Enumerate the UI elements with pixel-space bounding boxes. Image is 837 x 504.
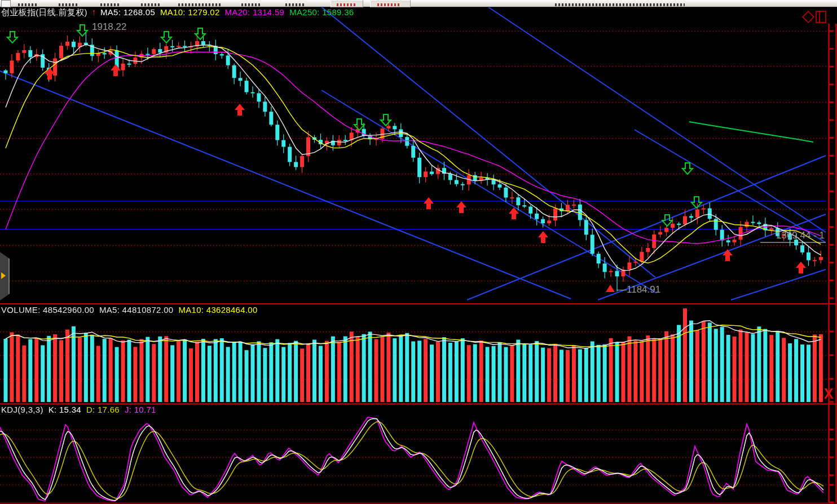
app-icon <box>1 0 11 7</box>
symbol-title: 创业板指(日线.前复权) <box>1 7 87 17</box>
volume-label: VOLUME: 48542960.00 <box>1 305 94 315</box>
menu-item[interactable] <box>285 3 305 6</box>
volume-ma5-label: MA5: 44810872.00 <box>99 305 174 315</box>
toolbar-button[interactable] <box>370 0 411 7</box>
kdj-header: KDJ(9,3,3) K: 15.34 D: 17.66 J: 10.71 <box>1 405 156 414</box>
trading-app-window: 创业板指(日线.前复权) ↑ MA5: 1268.05 MA10: 1279.0… <box>0 0 837 504</box>
menu-item[interactable] <box>100 3 120 6</box>
kdj-k-label: K: 15.34 <box>49 405 81 414</box>
price-marker-annotation: 1309.44 - 1 <box>776 230 825 241</box>
low-price-annotation: —1184.91 <box>617 284 660 295</box>
expand-arrow-icon <box>1 272 6 279</box>
kdj-d-label: D: 17.66 <box>86 405 120 414</box>
menu-item[interactable] <box>241 3 261 6</box>
menu-item[interactable] <box>178 3 221 6</box>
split-window-icon[interactable] <box>816 11 826 23</box>
ma5-label: MA5: 1268.05 <box>100 7 155 17</box>
volume-header: VOLUME: 48542960.00 MA5: 44810872.00 MA1… <box>1 305 258 315</box>
menu-item[interactable] <box>141 3 160 6</box>
toolbar-button[interactable] <box>331 0 363 7</box>
kdj-j-label: J: 10.71 <box>125 405 156 414</box>
menu-bar-right-text <box>555 3 685 6</box>
trend-up-arrow-icon: ↑ <box>90 7 98 17</box>
ma10-label: MA10: 1279.02 <box>160 7 220 17</box>
high-price-annotation: 1918.22 <box>92 21 126 33</box>
kdj-title: KDJ(9,3,3) <box>1 405 43 414</box>
ma250-label: MA250: 1589.36 <box>289 7 354 17</box>
menu-item[interactable] <box>59 3 78 6</box>
menu-item[interactable] <box>18 3 37 6</box>
chart-title-bar: 创业板指(日线.前复权) ↑ MA5: 1268.05 MA10: 1279.0… <box>1 7 354 18</box>
menu-bar[interactable] <box>0 0 837 7</box>
sidebar-expand-tab[interactable] <box>0 252 10 300</box>
chart-canvas[interactable] <box>0 0 837 504</box>
ma20-label: MA20: 1314.59 <box>225 7 285 17</box>
close-icon[interactable]: X <box>824 386 834 402</box>
volume-ma10-label: MA10: 43628464.00 <box>178 305 257 315</box>
